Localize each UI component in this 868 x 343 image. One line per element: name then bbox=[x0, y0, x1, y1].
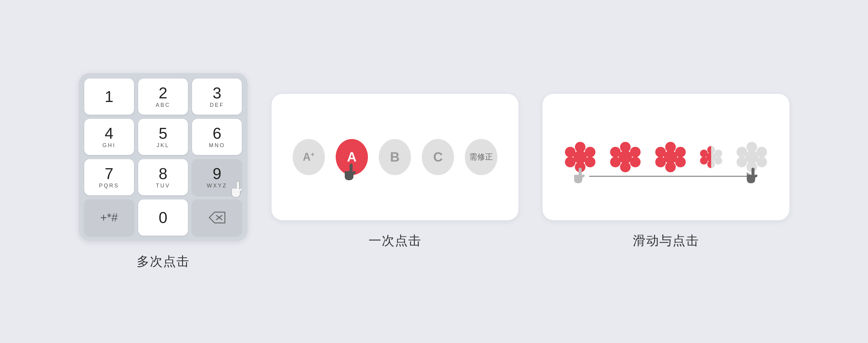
grade-cursor-icon bbox=[342, 162, 361, 187]
key-backspace[interactable] bbox=[192, 200, 242, 236]
grade-card: A+ A B C 需修正 bbox=[272, 94, 519, 220]
svg-point-42 bbox=[745, 150, 758, 164]
numpad-section: 1 2 ABC 3 DEF 4 GHI 5 JKL 6 MNO 7 PQRS 8 bbox=[79, 73, 247, 270]
key-6[interactable]: 6 MNO bbox=[192, 119, 242, 155]
svg-point-15 bbox=[619, 150, 632, 164]
swipe-start-cursor-icon bbox=[572, 166, 589, 190]
key-2[interactable]: 2 ABC bbox=[138, 78, 188, 115]
numpad-label: 多次点击 bbox=[137, 253, 190, 270]
key-9[interactable]: 9 WXYZ bbox=[192, 159, 242, 195]
grade-btn-b[interactable]: B bbox=[379, 139, 411, 175]
flower-2[interactable] bbox=[609, 139, 642, 175]
key-symbols[interactable]: +*# bbox=[84, 200, 134, 236]
rating-section: 滑动与点击 bbox=[542, 94, 789, 249]
numpad-card: 1 2 ABC 3 DEF 4 GHI 5 JKL 6 MNO 7 PQRS 8 bbox=[79, 73, 247, 241]
key-1[interactable]: 1 bbox=[84, 78, 134, 115]
grade-section: A+ A B C 需修正 一次点击 bbox=[272, 94, 519, 249]
svg-point-22 bbox=[664, 150, 677, 164]
key-4[interactable]: 4 GHI bbox=[84, 119, 134, 155]
grade-btn-c[interactable]: C bbox=[422, 139, 454, 175]
rating-label: 滑动与点击 bbox=[633, 232, 699, 249]
key-0[interactable]: 0 bbox=[138, 200, 188, 236]
key-5[interactable]: 5 JKL bbox=[138, 119, 188, 155]
grade-label: 一次点击 bbox=[369, 232, 422, 249]
backspace-icon bbox=[208, 211, 226, 224]
grade-btn-correction[interactable]: 需修正 bbox=[465, 139, 497, 175]
swipe-arrow bbox=[589, 172, 753, 180]
grade-btn-a[interactable]: A bbox=[336, 139, 368, 175]
svg-point-8 bbox=[574, 150, 587, 164]
grade-btn-aplus[interactable]: A+ bbox=[292, 139, 325, 175]
key-7[interactable]: 7 PQRS bbox=[84, 159, 134, 195]
key-3[interactable]: 3 DEF bbox=[192, 78, 242, 115]
swipe-end-cursor-icon bbox=[745, 166, 762, 190]
flower-4[interactable] bbox=[699, 139, 723, 175]
key-8[interactable]: 8 TUV bbox=[138, 159, 188, 195]
rating-card bbox=[542, 94, 789, 220]
flower-3[interactable] bbox=[654, 139, 687, 175]
